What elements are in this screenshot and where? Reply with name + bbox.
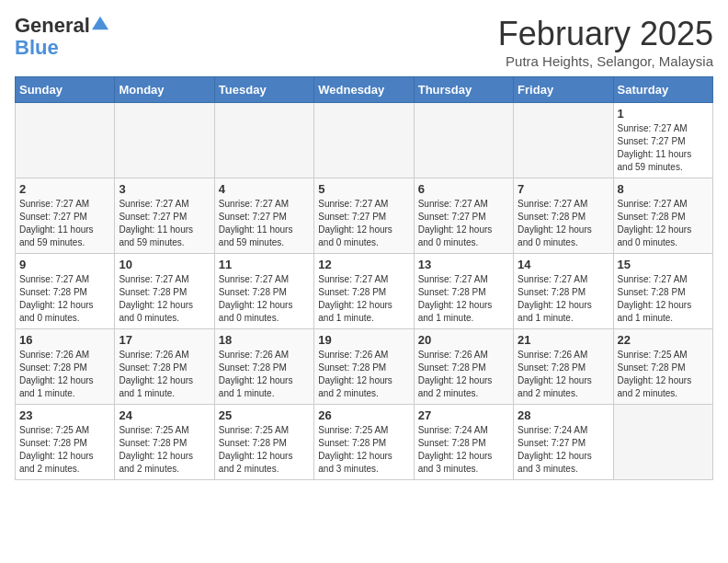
day-info: Sunrise: 7:27 AM Sunset: 7:27 PM Dayligh… [219, 198, 310, 249]
day-number: 9 [19, 258, 110, 271]
calendar-cell: 23Sunrise: 7:25 AM Sunset: 7:28 PM Dayli… [16, 405, 115, 480]
header: General Blue February 2025 Putra Heights… [15, 15, 713, 69]
calendar-cell: 24Sunrise: 7:25 AM Sunset: 7:28 PM Dayli… [115, 405, 214, 480]
logo-icon [92, 15, 108, 31]
calendar-cell: 14Sunrise: 7:27 AM Sunset: 7:28 PM Dayli… [514, 254, 613, 329]
calendar-cell: 25Sunrise: 7:25 AM Sunset: 7:28 PM Dayli… [214, 405, 313, 480]
calendar-week-2: 2Sunrise: 7:27 AM Sunset: 7:27 PM Daylig… [16, 178, 713, 254]
calendar-cell: 2Sunrise: 7:27 AM Sunset: 7:27 PM Daylig… [16, 178, 115, 254]
calendar-week-5: 23Sunrise: 7:25 AM Sunset: 7:28 PM Dayli… [16, 405, 713, 480]
day-number: 7 [518, 182, 609, 196]
calendar-header-sunday: Sunday [16, 77, 115, 103]
calendar-cell: 10Sunrise: 7:27 AM Sunset: 7:28 PM Dayli… [115, 254, 214, 329]
calendar-cell: 20Sunrise: 7:26 AM Sunset: 7:28 PM Dayli… [414, 329, 513, 405]
calendar-cell [16, 103, 115, 178]
calendar-header-friday: Friday [514, 77, 613, 103]
svg-marker-0 [92, 17, 108, 29]
day-number: 3 [119, 182, 210, 196]
day-info: Sunrise: 7:25 AM Sunset: 7:28 PM Dayligh… [318, 424, 409, 476]
day-info: Sunrise: 7:27 AM Sunset: 7:28 PM Dayligh… [418, 273, 509, 325]
day-info: Sunrise: 7:27 AM Sunset: 7:28 PM Dayligh… [518, 273, 609, 325]
day-number: 20 [418, 333, 509, 347]
day-info: Sunrise: 7:27 AM Sunset: 7:27 PM Dayligh… [318, 198, 409, 249]
day-info: Sunrise: 7:27 AM Sunset: 7:27 PM Dayligh… [19, 198, 110, 249]
calendar-cell: 9Sunrise: 7:27 AM Sunset: 7:28 PM Daylig… [16, 254, 115, 329]
day-number: 26 [318, 408, 409, 422]
day-number: 25 [219, 408, 310, 422]
logo-text-line1: General [15, 15, 90, 37]
day-number: 18 [219, 333, 310, 347]
calendar-cell [414, 103, 513, 178]
calendar-header-row: SundayMondayTuesdayWednesdayThursdayFrid… [16, 77, 713, 103]
day-number: 22 [618, 333, 709, 347]
calendar-cell: 21Sunrise: 7:26 AM Sunset: 7:28 PM Dayli… [514, 329, 613, 405]
calendar-title: February 2025 [498, 15, 713, 53]
calendar-cell: 5Sunrise: 7:27 AM Sunset: 7:27 PM Daylig… [314, 178, 414, 254]
calendar-cell: 18Sunrise: 7:26 AM Sunset: 7:28 PM Dayli… [214, 329, 313, 405]
calendar-cell [514, 103, 613, 178]
calendar-header-monday: Monday [115, 77, 214, 103]
calendar-cell: 1Sunrise: 7:27 AM Sunset: 7:27 PM Daylig… [613, 103, 712, 178]
day-number: 16 [19, 333, 110, 347]
day-number: 11 [219, 258, 310, 271]
day-info: Sunrise: 7:27 AM Sunset: 7:28 PM Dayligh… [19, 273, 110, 325]
day-info: Sunrise: 7:25 AM Sunset: 7:28 PM Dayligh… [19, 424, 110, 476]
calendar-cell: 12Sunrise: 7:27 AM Sunset: 7:28 PM Dayli… [314, 254, 414, 329]
calendar-cell: 11Sunrise: 7:27 AM Sunset: 7:28 PM Dayli… [214, 254, 313, 329]
calendar-cell: 4Sunrise: 7:27 AM Sunset: 7:27 PM Daylig… [214, 178, 313, 254]
day-number: 4 [219, 182, 310, 196]
calendar-header-saturday: Saturday [613, 77, 712, 103]
day-number: 2 [19, 182, 110, 196]
day-number: 28 [518, 408, 609, 422]
day-info: Sunrise: 7:27 AM Sunset: 7:28 PM Dayligh… [219, 273, 310, 325]
day-info: Sunrise: 7:26 AM Sunset: 7:28 PM Dayligh… [219, 349, 310, 400]
day-number: 15 [618, 258, 709, 271]
day-number: 6 [418, 182, 509, 196]
calendar-header-tuesday: Tuesday [214, 77, 313, 103]
day-info: Sunrise: 7:27 AM Sunset: 7:27 PM Dayligh… [618, 122, 709, 174]
calendar-cell: 27Sunrise: 7:24 AM Sunset: 7:28 PM Dayli… [414, 405, 513, 480]
day-info: Sunrise: 7:26 AM Sunset: 7:28 PM Dayligh… [518, 349, 609, 400]
calendar-cell: 19Sunrise: 7:26 AM Sunset: 7:28 PM Dayli… [314, 329, 414, 405]
day-number: 5 [318, 182, 409, 196]
logo: General Blue [15, 15, 108, 59]
day-info: Sunrise: 7:27 AM Sunset: 7:28 PM Dayligh… [119, 273, 210, 325]
calendar-cell: 15Sunrise: 7:27 AM Sunset: 7:28 PM Dayli… [613, 254, 712, 329]
calendar-header-wednesday: Wednesday [314, 77, 414, 103]
calendar-cell [214, 103, 313, 178]
day-info: Sunrise: 7:26 AM Sunset: 7:28 PM Dayligh… [418, 349, 509, 400]
day-number: 8 [618, 182, 709, 196]
day-info: Sunrise: 7:26 AM Sunset: 7:28 PM Dayligh… [19, 349, 110, 400]
calendar-cell [314, 103, 414, 178]
title-area: February 2025 Putra Heights, Selangor, M… [498, 15, 713, 69]
day-info: Sunrise: 7:27 AM Sunset: 7:28 PM Dayligh… [518, 198, 609, 249]
day-number: 24 [119, 408, 210, 422]
calendar-cell: 6Sunrise: 7:27 AM Sunset: 7:27 PM Daylig… [414, 178, 513, 254]
calendar-table: SundayMondayTuesdayWednesdayThursdayFrid… [15, 76, 713, 480]
calendar-cell: 13Sunrise: 7:27 AM Sunset: 7:28 PM Dayli… [414, 254, 513, 329]
calendar-week-3: 9Sunrise: 7:27 AM Sunset: 7:28 PM Daylig… [16, 254, 713, 329]
calendar-subtitle: Putra Heights, Selangor, Malaysia [498, 53, 713, 69]
calendar-cell: 17Sunrise: 7:26 AM Sunset: 7:28 PM Dayli… [115, 329, 214, 405]
day-info: Sunrise: 7:27 AM Sunset: 7:28 PM Dayligh… [318, 273, 409, 325]
day-info: Sunrise: 7:25 AM Sunset: 7:28 PM Dayligh… [618, 349, 709, 400]
day-number: 19 [318, 333, 409, 347]
day-number: 27 [418, 408, 509, 422]
day-info: Sunrise: 7:26 AM Sunset: 7:28 PM Dayligh… [318, 349, 409, 400]
day-number: 12 [318, 258, 409, 271]
calendar-cell: 16Sunrise: 7:26 AM Sunset: 7:28 PM Dayli… [16, 329, 115, 405]
day-number: 1 [618, 107, 709, 121]
calendar-cell: 3Sunrise: 7:27 AM Sunset: 7:27 PM Daylig… [115, 178, 214, 254]
day-info: Sunrise: 7:25 AM Sunset: 7:28 PM Dayligh… [119, 424, 210, 476]
calendar-cell [115, 103, 214, 178]
day-number: 14 [518, 258, 609, 271]
day-number: 10 [119, 258, 210, 271]
day-info: Sunrise: 7:27 AM Sunset: 7:27 PM Dayligh… [418, 198, 509, 249]
day-number: 17 [119, 333, 210, 347]
day-info: Sunrise: 7:24 AM Sunset: 7:28 PM Dayligh… [418, 424, 509, 476]
day-number: 13 [418, 258, 509, 271]
day-info: Sunrise: 7:26 AM Sunset: 7:28 PM Dayligh… [119, 349, 210, 400]
calendar-cell: 28Sunrise: 7:24 AM Sunset: 7:27 PM Dayli… [514, 405, 613, 480]
calendar-header-thursday: Thursday [414, 77, 513, 103]
day-info: Sunrise: 7:27 AM Sunset: 7:28 PM Dayligh… [618, 198, 709, 249]
